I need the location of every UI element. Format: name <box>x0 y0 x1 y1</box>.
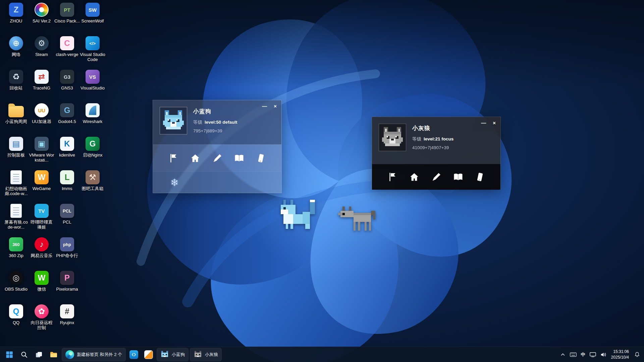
desktop-icon-pcl[interactable]: PCLPCL <box>54 204 80 225</box>
desktop-icon-grid: ZZHOU⊕网络♻回收站小蓝狗周周▤控制面板幻想动物画廊.code-w...屏幕… <box>3 3 108 341</box>
edge-window-button[interactable]: 新建标签页 和另外 2 个 <box>62 348 126 361</box>
desktop-icon-label: PHP命令行 <box>54 253 80 258</box>
edge-icon <box>65 350 74 359</box>
blue-dog-avatar <box>160 107 187 134</box>
desktop-icon-php-cli[interactable]: phpPHP命令行 <box>54 237 80 258</box>
desktop-icon-label: ZHOU <box>3 18 29 23</box>
taskbar: 新建标签页 和另外 2 个 小蓝狗 <box>0 347 644 362</box>
feed-icon[interactable] <box>431 171 442 183</box>
grey-wolf-avatar-pixel-art <box>381 126 404 149</box>
flag-icon[interactable] <box>387 171 398 183</box>
start-button[interactable] <box>3 348 16 361</box>
desktop-icon-zhou[interactable]: ZZHOU <box>3 3 29 23</box>
desktop-icon-sai-ver2[interactable]: SAI Ver.2 <box>29 3 54 23</box>
volume-button[interactable] <box>600 352 607 357</box>
desktop-icon-vscode[interactable]: </>Visual Studio Code <box>80 36 105 62</box>
desktop-icon-fantasy-gallery-doc[interactable]: 幻想动物画廊.code-w... <box>3 170 29 196</box>
desktop-icon-steam[interactable]: ⚙Steam <box>29 36 54 57</box>
minimize-button[interactable]: — <box>262 104 267 109</box>
blue-dog-desktop-pet[interactable] <box>276 200 320 231</box>
desktop-icon-traceng[interactable]: ⇄TraceNG <box>29 70 54 90</box>
notification-center-button[interactable] <box>634 352 640 357</box>
ime-indicator[interactable]: 中 <box>581 352 585 358</box>
vscode-button[interactable] <box>127 348 141 361</box>
desktop-icon-netease-music[interactable]: ♪网易云音乐 <box>29 237 54 258</box>
kdenlive-icon: K <box>60 137 74 151</box>
desktop-icon-label: lmms <box>54 186 80 191</box>
desktop-icon-cisco-packet-tracer[interactable]: PTCisco Pack... <box>54 3 80 23</box>
desktop-icon-recycle-bin[interactable]: ♻回收站 <box>3 70 29 90</box>
orange-app-button[interactable] <box>142 348 155 361</box>
desktop-icon-gns3[interactable]: G3GNS3 <box>54 70 80 90</box>
keyboard-icon <box>570 352 577 357</box>
flag-icon[interactable] <box>168 153 179 164</box>
grey-wolf-desktop-pet[interactable] <box>338 205 378 234</box>
edge-window-title: 新建标签页 和另外 2 个 <box>77 352 122 358</box>
netease-music-icon: ♪ <box>35 237 49 251</box>
desktop-icon-sunflower-remote[interactable]: ✿向日葵远程控制 <box>29 304 54 330</box>
zhou-icon: Z <box>9 3 23 17</box>
snowflake-icon[interactable]: ❄ <box>170 177 179 188</box>
360-zip-icon: 360 <box>9 237 23 251</box>
grey-wolf-window-button[interactable]: 小灰狼 <box>190 348 222 361</box>
desktop-icon-wegame[interactable]: WWeGame <box>29 170 54 191</box>
touch-keyboard-button[interactable] <box>570 352 577 357</box>
desktop-icon-ryujinx[interactable]: #Ryujinx <box>54 304 80 325</box>
desktop-icon-screenwolf[interactable]: SWScreenWolf <box>80 3 105 23</box>
search-button[interactable] <box>17 348 31 361</box>
desktop-icon-clash-verge[interactable]: Cclash-verge <box>54 36 80 57</box>
desktop-icon-toolbox[interactable]: ⚒图吧工具箱 <box>80 170 105 191</box>
network-icon: ⊕ <box>9 36 23 50</box>
desktop-icon-wireshark[interactable]: Wireshark <box>80 103 105 124</box>
home-icon[interactable] <box>190 153 201 164</box>
desktop-icon-360-zip[interactable]: 360360 Zip <box>3 237 29 258</box>
desktop-icon-wechat[interactable]: W微信 <box>29 271 54 292</box>
desktop-icon-visualstudio[interactable]: VSVisualStudio <box>80 70 105 90</box>
desktop-icon-bilibili-livehime[interactable]: TV哔哩哔哩直播姬 <box>29 204 54 230</box>
close-button[interactable]: × <box>274 104 277 109</box>
blue-dog-avatar-pixel-art <box>162 109 185 132</box>
steam-icon: ⚙ <box>35 36 49 50</box>
recycle-bin-icon: ♻ <box>9 70 23 84</box>
vmware-icon: ▣ <box>35 137 49 151</box>
desktop-icon-obs-studio[interactable]: ◎OBS Studio <box>3 271 29 292</box>
blue-dog-window-button[interactable]: 小蓝狗 <box>157 348 189 361</box>
desktop-icon-kdenlive[interactable]: Kkdenlive <box>54 137 80 158</box>
pet-stats: 795+7|889+39 <box>193 128 237 133</box>
search-icon <box>20 351 28 359</box>
network-button[interactable] <box>590 352 596 357</box>
hidden-icons-chevron[interactable] <box>560 352 566 357</box>
desktop-icon-nginx-launcher[interactable]: G启动Nginx <box>80 137 105 158</box>
task-view-button[interactable] <box>32 348 46 361</box>
close-button[interactable]: × <box>493 120 496 125</box>
phone-icon[interactable] <box>474 171 486 183</box>
phone-icon[interactable] <box>255 153 267 164</box>
desktop-icon-screen-wolf-doc[interactable]: 屏幕有狼.code-wor... <box>3 204 29 230</box>
taskbar-clock[interactable]: 15:31:06 2025/10/4 <box>611 349 629 360</box>
windows-logo-icon <box>5 351 13 359</box>
file-explorer-button[interactable] <box>47 348 60 361</box>
desktop-icon-godot[interactable]: GGodot4.5 <box>54 103 80 124</box>
home-icon[interactable] <box>409 171 420 183</box>
wegame-icon: W <box>35 170 49 184</box>
widget-status-bar: ❄ <box>153 171 281 193</box>
minimize-button[interactable]: — <box>481 120 486 125</box>
level-label: 等级 <box>412 136 421 141</box>
book-icon[interactable] <box>452 171 464 183</box>
desktop-icon-pixelorama[interactable]: PPixelorama <box>54 271 80 292</box>
desktop-icon-label: WeGame <box>29 186 54 191</box>
desktop-icon-uu-booster[interactable]: UUUU加速器 <box>29 103 54 124</box>
notification-bell-icon <box>634 352 640 357</box>
ryujinx-icon: # <box>60 304 74 318</box>
desktop-icon-qq[interactable]: QQQ <box>3 304 29 325</box>
desktop-icon-network[interactable]: ⊕网络 <box>3 36 29 57</box>
desktop-icon-vmware[interactable]: ▣VMware Workstati... <box>29 137 54 163</box>
qq-icon: Q <box>9 304 23 318</box>
feed-icon[interactable] <box>212 153 223 164</box>
desktop-icon-lmms[interactable]: Llmms <box>54 170 80 191</box>
desktop-icon-control-panel[interactable]: ▤控制面板 <box>3 137 29 158</box>
desktop-icon-label: Pixelorama <box>54 287 80 292</box>
cisco-packet-tracer-icon: PT <box>60 3 74 17</box>
book-icon[interactable] <box>233 153 245 164</box>
desktop-icon-blue-dog-folder[interactable]: 小蓝狗周周 <box>3 103 29 124</box>
